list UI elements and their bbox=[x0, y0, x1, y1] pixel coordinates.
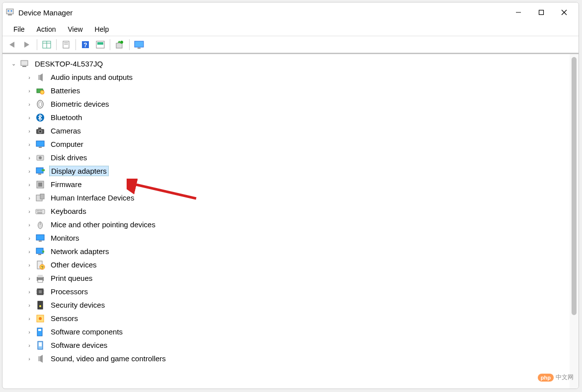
chevron-right-icon[interactable]: › bbox=[25, 128, 33, 134]
tree-category-item[interactable]: ›Cameras bbox=[4, 124, 568, 137]
tree-category-item[interactable]: ›Security devices bbox=[4, 298, 568, 312]
menu-action[interactable]: Action bbox=[31, 24, 62, 35]
tree-category-item[interactable]: ›Biometric devices bbox=[4, 97, 568, 111]
tree-category-item[interactable]: ›Display adapters bbox=[4, 164, 568, 178]
svg-rect-51 bbox=[37, 212, 42, 213]
window-title: Device Manager bbox=[18, 8, 507, 17]
svg-rect-22 bbox=[21, 61, 28, 65]
tree-category-label: Print queues bbox=[49, 273, 94, 283]
chevron-right-icon[interactable]: › bbox=[25, 101, 33, 107]
chevron-right-icon[interactable]: › bbox=[25, 168, 33, 174]
tree-category-item[interactable]: ›Software devices bbox=[4, 338, 568, 352]
chevron-right-icon[interactable]: › bbox=[25, 289, 33, 295]
chevron-right-icon[interactable]: › bbox=[25, 262, 33, 268]
chevron-right-icon[interactable]: › bbox=[25, 235, 33, 241]
toolbar-separator bbox=[129, 39, 130, 50]
tree-category-label: Mice and other pointing devices bbox=[49, 220, 157, 229]
tree-category-item[interactable]: ›Keyboards bbox=[4, 204, 568, 218]
properties-button[interactable] bbox=[59, 38, 73, 51]
tree-category-item[interactable]: ›Network adapters bbox=[4, 245, 568, 258]
tree-category-item[interactable]: ›Processors bbox=[4, 285, 568, 298]
tree-category-item[interactable]: ›Mice and other pointing devices bbox=[4, 218, 568, 231]
add-driver-button[interactable] bbox=[113, 38, 127, 51]
menu-view[interactable]: View bbox=[62, 24, 88, 35]
toolbar-separator bbox=[37, 39, 37, 50]
svg-rect-55 bbox=[39, 241, 42, 242]
scrollbar-thumb[interactable] bbox=[572, 57, 577, 315]
device-tree[interactable]: ⌄ DESKTOP-4L537JQ ›Audio inputs and outp… bbox=[2, 54, 570, 389]
chevron-right-icon[interactable]: › bbox=[25, 275, 33, 281]
chevron-right-icon[interactable]: › bbox=[25, 222, 33, 228]
chevron-right-icon[interactable]: › bbox=[25, 195, 33, 201]
scan-hardware-button[interactable] bbox=[93, 38, 107, 51]
maximize-button[interactable] bbox=[530, 4, 553, 20]
devices-by-connection-button[interactable] bbox=[132, 38, 146, 51]
svg-rect-21 bbox=[138, 48, 141, 49]
software-device-icon bbox=[35, 340, 46, 351]
minimize-button[interactable] bbox=[507, 4, 530, 20]
chevron-right-icon[interactable]: › bbox=[25, 356, 33, 362]
menu-file[interactable]: File bbox=[7, 24, 31, 35]
tree-category-item[interactable]: ›Audio inputs and outputs bbox=[4, 70, 568, 84]
tree-category-label: Biometric devices bbox=[49, 99, 111, 109]
tree-category-item[interactable]: ›?Other devices bbox=[4, 258, 568, 271]
add-driver-icon bbox=[115, 40, 125, 49]
chevron-right-icon[interactable]: › bbox=[25, 342, 33, 348]
tree-category-label: Cameras bbox=[49, 126, 82, 135]
tree-category-item[interactable]: ›Human Interface Devices bbox=[4, 191, 568, 204]
tree-category-label: Other devices bbox=[49, 260, 98, 269]
svg-point-73 bbox=[39, 305, 41, 307]
window-controls bbox=[507, 4, 576, 20]
tree-category-item[interactable]: ›Sound, video and game controllers bbox=[4, 352, 568, 365]
chevron-right-icon[interactable]: › bbox=[25, 329, 33, 335]
chevron-right-icon[interactable]: › bbox=[25, 249, 33, 255]
monitor-icon bbox=[134, 41, 144, 49]
chevron-right-icon[interactable]: › bbox=[25, 316, 33, 322]
tree-category-item[interactable]: ›Sensors bbox=[4, 312, 568, 325]
svg-rect-17 bbox=[97, 42, 103, 45]
tree-category-item[interactable]: ›Disk drives bbox=[4, 151, 568, 164]
content-area: ⌄ DESKTOP-4L537JQ ›Audio inputs and outp… bbox=[2, 53, 579, 389]
svg-rect-43 bbox=[38, 183, 42, 187]
menubar: File Action View Help bbox=[2, 22, 579, 36]
forward-button[interactable] bbox=[20, 38, 34, 51]
tree-category-item[interactable]: ›Software components bbox=[4, 325, 568, 338]
svg-rect-62 bbox=[38, 275, 43, 277]
device-manager-window: Device Manager File Action View Help bbox=[2, 2, 579, 389]
tree-category-item[interactable]: ›Computer bbox=[4, 137, 568, 151]
help-button[interactable]: ? bbox=[78, 38, 92, 51]
svg-rect-34 bbox=[38, 128, 41, 129]
chevron-right-icon[interactable]: › bbox=[25, 182, 33, 188]
tree-category-label: Disk drives bbox=[49, 153, 88, 162]
svg-rect-49 bbox=[40, 210, 41, 211]
security-icon bbox=[35, 300, 46, 311]
tree-category-item[interactable]: ›Firmware bbox=[4, 178, 568, 191]
chevron-right-icon[interactable]: › bbox=[25, 141, 33, 147]
expander-icon[interactable]: ⌄ bbox=[9, 61, 17, 67]
chevron-right-icon[interactable]: › bbox=[25, 155, 33, 161]
svg-rect-57 bbox=[38, 254, 41, 255]
toolbar-separator bbox=[56, 39, 57, 50]
chevron-right-icon[interactable]: › bbox=[25, 88, 33, 94]
menu-help[interactable]: Help bbox=[89, 24, 115, 35]
tree-category-label: Computer bbox=[49, 139, 85, 149]
chevron-right-icon[interactable]: › bbox=[25, 302, 33, 308]
tree-category-item[interactable]: ›Monitors bbox=[4, 231, 568, 245]
back-button[interactable] bbox=[5, 38, 19, 51]
tree-category-label: Bluetooth bbox=[49, 113, 83, 122]
show-hidden-button[interactable] bbox=[40, 38, 54, 51]
svg-rect-77 bbox=[38, 329, 41, 331]
tree-category-item[interactable]: ›Bluetooth bbox=[4, 111, 568, 124]
display-adapter-icon bbox=[35, 166, 46, 177]
chevron-right-icon[interactable]: › bbox=[25, 74, 33, 80]
tree-category-item[interactable]: ›Print queues bbox=[4, 271, 568, 285]
chevron-right-icon[interactable]: › bbox=[25, 208, 33, 214]
chevron-right-icon[interactable]: › bbox=[25, 115, 33, 121]
vertical-scrollbar[interactable] bbox=[570, 54, 579, 389]
tree-root-node[interactable]: ⌄ DESKTOP-4L537JQ bbox=[4, 57, 568, 70]
close-button[interactable] bbox=[553, 4, 576, 20]
svg-rect-36 bbox=[39, 147, 42, 148]
svg-rect-20 bbox=[135, 41, 144, 47]
svg-point-19 bbox=[120, 41, 123, 44]
tree-category-item[interactable]: ›Batteries bbox=[4, 84, 568, 97]
